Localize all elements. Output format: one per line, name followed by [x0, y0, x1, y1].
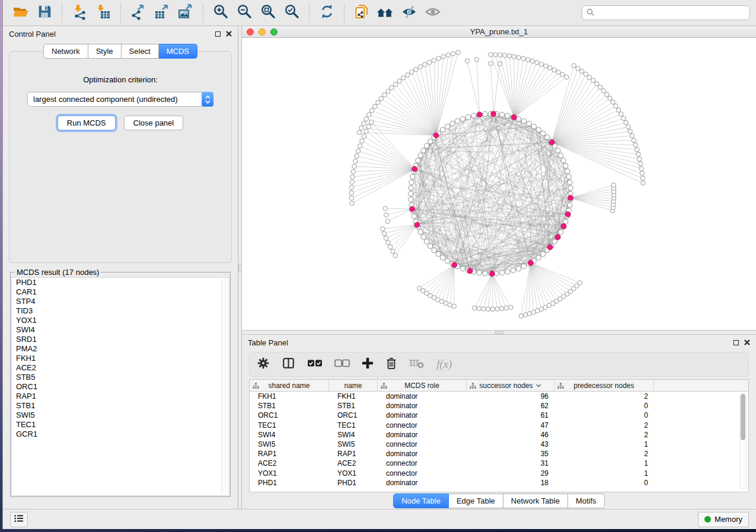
- tab-style[interactable]: Style: [88, 44, 122, 59]
- mcds-result-item[interactable]: STB1: [12, 401, 229, 411]
- mcds-result-item[interactable]: GCR1: [12, 430, 229, 439]
- mcds-result-item[interactable]: PMA2: [12, 344, 229, 354]
- function-builder-button[interactable]: f(x): [436, 358, 452, 371]
- export-network-button[interactable]: [126, 2, 150, 24]
- zoom-in-button[interactable]: [209, 2, 232, 24]
- clone-network-button[interactable]: [350, 2, 374, 24]
- tab-edge-table[interactable]: Edge Table: [449, 493, 503, 508]
- network-canvas[interactable]: [242, 38, 756, 330]
- deselect-all-button[interactable]: [334, 359, 350, 370]
- column-header-MCDS-role[interactable]: MCDS role: [378, 380, 467, 391]
- delete-table-button[interactable]: [409, 357, 425, 371]
- tab-network-table[interactable]: Network Table: [503, 493, 568, 508]
- tab-node-table[interactable]: Node Table: [393, 493, 449, 508]
- table-settings-button[interactable]: [257, 357, 270, 372]
- apply-layout-button[interactable]: [315, 2, 339, 24]
- close-panel-button[interactable]: Close panel: [124, 116, 184, 130]
- tab-select[interactable]: Select: [122, 44, 159, 59]
- zoom-fit-button[interactable]: [256, 2, 280, 24]
- cell-successor-nodes: 43: [467, 440, 554, 448]
- export-image-button[interactable]: [174, 2, 197, 24]
- first-neighbors-button[interactable]: [374, 2, 397, 24]
- open-file-button[interactable]: [9, 2, 33, 24]
- search-input[interactable]: [597, 9, 745, 17]
- table-row[interactable]: SWI5SWI5connector431: [250, 440, 748, 449]
- mcds-result-item[interactable]: TID3: [12, 306, 229, 316]
- column-header-shared-name[interactable]: shared name: [250, 380, 329, 391]
- mcds-result-item[interactable]: ORC1: [12, 382, 229, 392]
- cell-shared-name: TEC1: [250, 421, 329, 430]
- status-bar: Memory: [3, 509, 756, 529]
- table-row[interactable]: ORC1ORC1dominator610: [250, 411, 748, 420]
- graphics-details-button[interactable]: [397, 2, 421, 24]
- show-hide-button[interactable]: [421, 2, 445, 24]
- column-header-name[interactable]: name: [329, 380, 378, 391]
- task-history-button[interactable]: [10, 512, 28, 527]
- delete-column-button[interactable]: [385, 357, 397, 372]
- mcds-result-item[interactable]: STB5: [12, 373, 229, 382]
- table-toolbar: f(x): [249, 352, 749, 377]
- save-session-button[interactable]: [33, 2, 56, 24]
- zoom-selected-button[interactable]: [280, 2, 304, 24]
- horizontal-splitter[interactable]: [242, 330, 756, 335]
- select-all-button[interactable]: [307, 359, 323, 370]
- export-table-button[interactable]: [150, 2, 174, 24]
- close-panel-icon[interactable]: [744, 339, 750, 345]
- select-stepper-icon: [202, 92, 213, 107]
- cell-name: YOX1: [329, 469, 378, 477]
- column-header-predecessor-nodes[interactable]: predecessor nodes: [554, 380, 654, 391]
- memory-button[interactable]: Memory: [698, 512, 749, 527]
- mcds-result-item[interactable]: RAP1: [12, 392, 229, 401]
- table-row[interactable]: RAP1RAP1dominator352: [250, 449, 748, 459]
- mcds-result-item[interactable]: FKH1: [12, 354, 229, 363]
- cell-name: ORC1: [329, 411, 378, 419]
- minimize-window-icon[interactable]: [259, 28, 266, 36]
- mcds-result-item[interactable]: TEC1: [12, 420, 229, 430]
- mcds-result-item[interactable]: SWI4: [12, 325, 229, 335]
- table-row[interactable]: YOX1YOX1connector291: [250, 469, 748, 478]
- tab-network[interactable]: Network: [43, 44, 88, 59]
- maximize-window-icon[interactable]: [270, 28, 277, 36]
- main-toolbar: [3, 0, 756, 26]
- tab-motifs[interactable]: Motifs: [568, 493, 605, 508]
- table-row[interactable]: SWI4SWI4dominator462: [250, 430, 748, 440]
- table-row[interactable]: ACE2ACE2connector311: [250, 459, 748, 468]
- mcds-result-item[interactable]: CAR1: [12, 287, 229, 297]
- run-mcds-button[interactable]: Run MCDS: [58, 116, 116, 130]
- cell-name: TEC1: [329, 421, 378, 430]
- table-row[interactable]: FKH1FKH1dominator962: [250, 392, 748, 401]
- vertical-splitter[interactable]: [238, 26, 242, 509]
- import-network-button[interactable]: [68, 2, 91, 24]
- mcds-result-list: PHD1CAR1STP4TID3YOX1SWI4SRD1PMA2FKH1ACE2…: [11, 277, 229, 496]
- close-window-icon[interactable]: [247, 28, 254, 36]
- float-panel-icon[interactable]: [733, 340, 739, 345]
- mcds-result-item[interactable]: STP4: [12, 297, 229, 306]
- cell-predecessor-nodes: 0: [554, 479, 654, 487]
- criterion-select[interactable]: largest connected component (undirected): [27, 92, 213, 107]
- column-header-successor-nodes[interactable]: successor nodes: [467, 380, 554, 391]
- mcds-result-item[interactable]: SWI5: [12, 411, 229, 420]
- scrollbar-thumb[interactable]: [741, 394, 745, 440]
- show-columns-button[interactable]: [282, 357, 295, 372]
- float-panel-icon[interactable]: [215, 31, 221, 37]
- table-row[interactable]: STB1STB1dominator620: [250, 401, 748, 411]
- splitter-grip[interactable]: [495, 331, 503, 334]
- tab-mcds[interactable]: MCDS: [159, 44, 197, 59]
- table-scrollbar[interactable]: [739, 393, 747, 489]
- add-column-button[interactable]: [362, 357, 374, 371]
- import-table-button[interactable]: [91, 2, 115, 24]
- mcds-result-item[interactable]: PHD1: [12, 278, 229, 287]
- gear-icon: [257, 357, 270, 372]
- table-row[interactable]: TEC1TEC1connector472: [250, 421, 748, 430]
- refresh-icon: [319, 4, 335, 22]
- mcds-result-item[interactable]: YOX1: [12, 316, 229, 325]
- mcds-result-item[interactable]: SRD1: [12, 335, 229, 344]
- cell-shared-name: ORC1: [250, 411, 329, 419]
- mcds-result-item[interactable]: ACE2: [12, 363, 229, 373]
- network-window-titlebar[interactable]: YPA_prune.txt_1: [242, 26, 756, 38]
- mcds-list-scrollbar[interactable]: [221, 278, 228, 495]
- close-panel-icon[interactable]: [226, 31, 232, 37]
- table-row[interactable]: PHD1PHD1dominator180: [250, 478, 748, 488]
- search-field[interactable]: [582, 5, 750, 20]
- zoom-out-button[interactable]: [232, 2, 256, 24]
